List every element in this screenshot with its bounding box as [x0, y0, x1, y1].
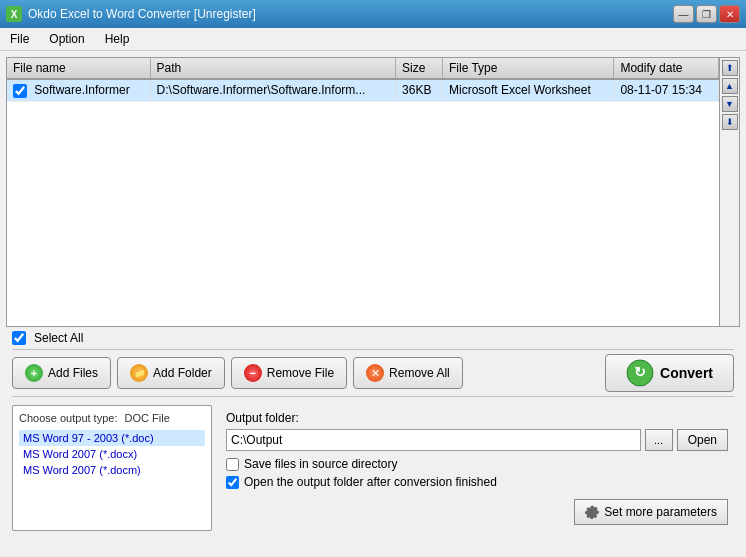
remove-all-button[interactable]: ✕ Remove All — [353, 357, 463, 389]
output-checkbox-label-1: Open the output folder after conversion … — [244, 475, 497, 489]
add-folder-icon: 📁 — [130, 364, 148, 382]
cell-modifydate: 08-11-07 15:34 — [614, 79, 719, 101]
output-folder-input[interactable] — [226, 429, 641, 451]
file-table: File name Path Size File Type Modify dat… — [7, 58, 719, 102]
remove-all-icon: ✕ — [366, 364, 384, 382]
scroll-down-button[interactable]: ▼ — [722, 96, 738, 112]
col-size: Size — [396, 58, 443, 79]
cell-filename: Software.Informer — [7, 79, 150, 101]
output-checkbox-row: Save files in source directory — [226, 457, 728, 471]
output-folder-label: Output folder: — [226, 411, 728, 425]
minimize-button[interactable]: — — [673, 5, 694, 23]
convert-icon: ↻ — [626, 359, 654, 387]
scroll-buttons: ⬆ ▲ ▼ ⬇ — [719, 58, 739, 326]
open-folder-button[interactable]: Open — [677, 429, 728, 451]
cell-filetype: Microsoft Excel Worksheet — [442, 79, 613, 101]
table-row: Software.Informer D:\Software.Informer\S… — [7, 79, 719, 101]
scroll-bottom-button[interactable]: ⬇ — [722, 114, 738, 130]
output-type-option[interactable]: MS Word 2007 (*.docm) — [19, 462, 205, 478]
output-options-list: MS Word 97 - 2003 (*.doc)MS Word 2007 (*… — [19, 430, 205, 478]
file-list-container: File name Path Size File Type Modify dat… — [6, 57, 740, 327]
file-list-inner: File name Path Size File Type Modify dat… — [7, 58, 719, 326]
output-type-option[interactable]: MS Word 97 - 2003 (*.doc) — [19, 430, 205, 446]
select-all-checkbox[interactable] — [12, 331, 26, 345]
gear-icon — [585, 505, 599, 519]
col-filename: File name — [7, 58, 150, 79]
set-more-params-button[interactable]: Set more parameters — [574, 499, 728, 525]
cell-path: D:\Software.Informer\Software.Inform... — [150, 79, 396, 101]
add-folder-button[interactable]: 📁 Add Folder — [117, 357, 225, 389]
output-checkbox-0[interactable] — [226, 458, 239, 471]
remove-file-button[interactable]: − Remove File — [231, 357, 347, 389]
select-all-label[interactable]: Select All — [34, 331, 83, 345]
remove-file-icon: − — [244, 364, 262, 382]
menu-file[interactable]: File — [0, 30, 39, 48]
browse-button[interactable]: ... — [645, 429, 673, 451]
output-type-option[interactable]: MS Word 2007 (*.docx) — [19, 446, 205, 462]
window-controls: — ❐ ✕ — [673, 5, 740, 23]
cell-size: 36KB — [396, 79, 443, 101]
output-checkbox-label-0: Save files in source directory — [244, 457, 397, 471]
select-all-row: Select All — [6, 327, 740, 349]
title-bar: X Okdo Excel to Word Converter [Unregist… — [0, 0, 746, 28]
output-type-box: Choose output type: DOC File MS Word 97 … — [12, 405, 212, 531]
scroll-top-button[interactable]: ⬆ — [722, 60, 738, 76]
add-files-icon: + — [25, 364, 43, 382]
bottom-section: Choose output type: DOC File MS Word 97 … — [6, 399, 740, 537]
output-folder-box: Output folder: ... Open Save files in so… — [220, 405, 734, 531]
output-checkbox-1[interactable] — [226, 476, 239, 489]
svg-text:↻: ↻ — [634, 364, 646, 380]
window-title: Okdo Excel to Word Converter [Unregister… — [28, 7, 256, 21]
add-files-button[interactable]: + Add Files — [12, 357, 111, 389]
output-checkbox-row: Open the output folder after conversion … — [226, 475, 728, 489]
output-type-title: Choose output type: DOC File — [19, 412, 205, 424]
col-filetype: File Type — [442, 58, 613, 79]
menu-help[interactable]: Help — [95, 30, 140, 48]
menu-option[interactable]: Option — [39, 30, 94, 48]
col-path: Path — [150, 58, 396, 79]
row-checkbox-0[interactable] — [13, 84, 27, 98]
scroll-up-button[interactable]: ▲ — [722, 78, 738, 94]
restore-button[interactable]: ❐ — [696, 5, 717, 23]
menu-bar: File Option Help — [0, 28, 746, 51]
close-button[interactable]: ✕ — [719, 5, 740, 23]
action-buttons-row: + Add Files 📁 Add Folder − Remove File ✕… — [6, 350, 740, 396]
checkbox-rows: Save files in source directory Open the … — [226, 457, 728, 489]
main-container: File name Path Size File Type Modify dat… — [0, 51, 746, 543]
convert-button[interactable]: ↻ Convert — [605, 354, 734, 392]
output-folder-row: ... Open — [226, 429, 728, 451]
app-icon: X — [6, 6, 22, 22]
col-modifydate: Modify date — [614, 58, 719, 79]
bottom-divider — [12, 396, 734, 397]
